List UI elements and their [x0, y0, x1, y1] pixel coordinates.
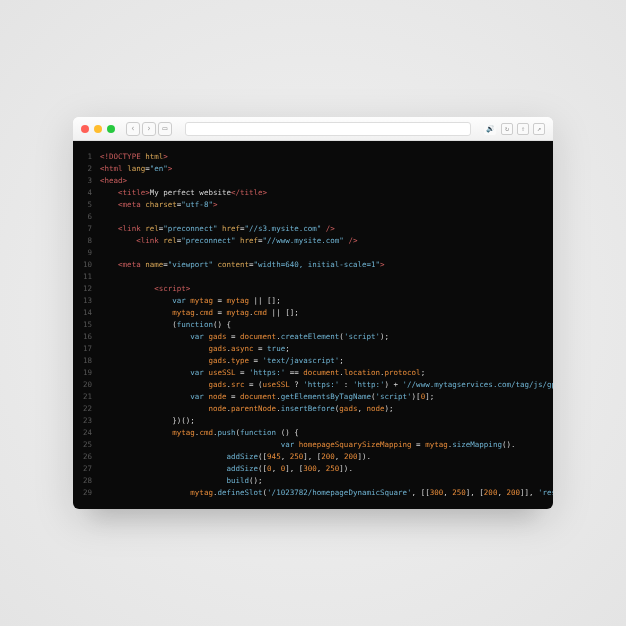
forward-button[interactable]: ›: [142, 122, 156, 136]
browser-window: ‹ › ▭ 🔊 ↻ ⇧ ↗ 12345678910111213141516171…: [73, 117, 553, 509]
code-line: gads.async = true;: [100, 343, 543, 355]
close-button[interactable]: [81, 125, 89, 133]
line-number: 10: [83, 259, 92, 271]
nav-buttons: ‹ › ▭: [126, 122, 172, 136]
line-number: 9: [83, 247, 92, 259]
code-line: gads.type = 'text/javascript';: [100, 355, 543, 367]
traffic-lights: [81, 125, 115, 133]
code-line: (function() {: [100, 319, 543, 331]
line-number: 24: [83, 427, 92, 439]
code-line: [100, 247, 543, 259]
tab-button[interactable]: ▭: [158, 122, 172, 136]
line-number: 26: [83, 451, 92, 463]
line-number: 18: [83, 355, 92, 367]
code-line: mytag.cmd.push(function () {: [100, 427, 543, 439]
url-bar[interactable]: [185, 122, 471, 136]
maximize-button[interactable]: [107, 125, 115, 133]
code-line: var homepageSquarySizeMapping = mytag.si…: [100, 439, 543, 451]
line-number: 17: [83, 343, 92, 355]
line-number: 15: [83, 319, 92, 331]
line-number: 1: [83, 151, 92, 163]
line-number: 21: [83, 391, 92, 403]
code-line: addSize([0, 0], [300, 250]).: [100, 463, 543, 475]
line-number: 27: [83, 463, 92, 475]
line-number: 3: [83, 175, 92, 187]
line-number-gutter: 1234567891011121314151617181920212223242…: [73, 151, 100, 499]
code-editor: 1234567891011121314151617181920212223242…: [73, 141, 553, 509]
code-line: var mytag = mytag || [];: [100, 295, 543, 307]
code-line: mytag.defineSlot('/1023782/homepageDynam…: [100, 487, 543, 499]
code-line: <title>My perfect website</title>: [100, 187, 543, 199]
line-number: 4: [83, 187, 92, 199]
volume-icon[interactable]: 🔊: [484, 123, 496, 135]
code-line: <meta name="viewport" content="width=640…: [100, 259, 543, 271]
upload-icon[interactable]: ⇧: [517, 123, 529, 135]
line-number: 14: [83, 307, 92, 319]
line-number: 22: [83, 403, 92, 415]
line-number: 19: [83, 367, 92, 379]
line-number: 5: [83, 199, 92, 211]
code-line: })();: [100, 415, 543, 427]
code-line: <script>: [100, 283, 543, 295]
code-line: <link rel="preconnect" href="//www.mysit…: [100, 235, 543, 247]
code-line: var gads = document.createElement('scrip…: [100, 331, 543, 343]
share-icon[interactable]: ↗: [533, 123, 545, 135]
code-line: gads.src = (useSSL ? 'https:' : 'http:')…: [100, 379, 543, 391]
line-number: 16: [83, 331, 92, 343]
line-number: 6: [83, 211, 92, 223]
line-number: 13: [83, 295, 92, 307]
code-line: [100, 211, 543, 223]
code-line: [100, 271, 543, 283]
code-line: var useSSL = 'https:' == document.locati…: [100, 367, 543, 379]
refresh-icon[interactable]: ↻: [501, 123, 513, 135]
line-number: 12: [83, 283, 92, 295]
code-line: build();: [100, 475, 543, 487]
code-line: addSize([945, 250], [200, 200]).: [100, 451, 543, 463]
line-number: 11: [83, 271, 92, 283]
line-number: 8: [83, 235, 92, 247]
code-line: <head>: [100, 175, 543, 187]
minimize-button[interactable]: [94, 125, 102, 133]
line-number: 23: [83, 415, 92, 427]
back-button[interactable]: ‹: [126, 122, 140, 136]
line-number: 7: [83, 223, 92, 235]
code-line: <!DOCTYPE html>: [100, 151, 543, 163]
line-number: 20: [83, 379, 92, 391]
right-toolbar: ↻ ⇧ ↗: [501, 123, 545, 135]
code-content[interactable]: <!DOCTYPE html><html lang="en"><head> <t…: [100, 151, 553, 499]
line-number: 25: [83, 439, 92, 451]
code-line: <link rel="preconnect" href="//s3.mysite…: [100, 223, 543, 235]
line-number: 29: [83, 487, 92, 499]
code-line: mytag.cmd = mytag.cmd || [];: [100, 307, 543, 319]
line-number: 28: [83, 475, 92, 487]
code-line: <meta charset="utf-8">: [100, 199, 543, 211]
code-line: node.parentNode.insertBefore(gads, node)…: [100, 403, 543, 415]
code-line: <html lang="en">: [100, 163, 543, 175]
code-line: var node = document.getElementsByTagName…: [100, 391, 543, 403]
titlebar: ‹ › ▭ 🔊 ↻ ⇧ ↗: [73, 117, 553, 141]
line-number: 2: [83, 163, 92, 175]
